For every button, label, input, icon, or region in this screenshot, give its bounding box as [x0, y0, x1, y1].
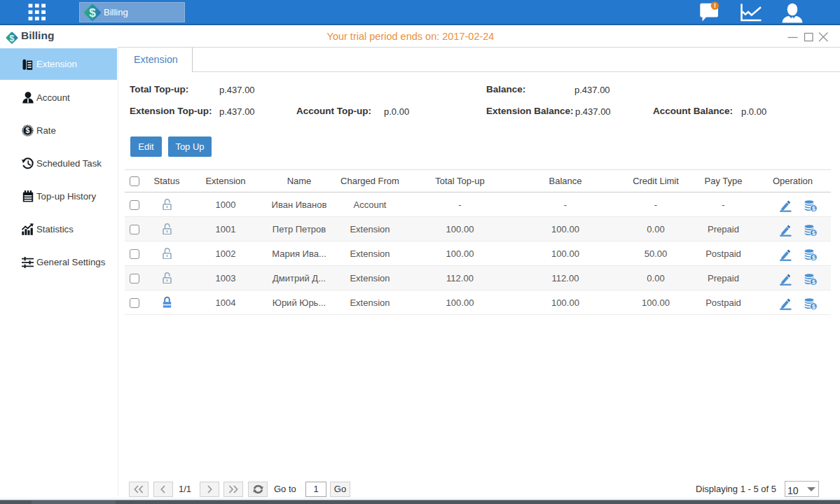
svg-text:$: $	[812, 303, 815, 310]
svg-text:$: $	[812, 230, 815, 237]
svg-text:$: $	[812, 254, 815, 261]
svg-text:$: $	[812, 279, 815, 286]
svg-text:$: $	[89, 6, 96, 20]
svg-text:$: $	[812, 205, 815, 212]
svg-text:!: !	[714, 2, 716, 9]
svg-text:$: $	[26, 126, 30, 134]
